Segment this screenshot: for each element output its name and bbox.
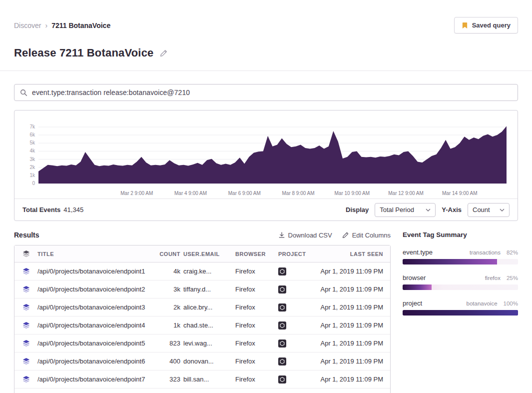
tag-summary-item: browser firefox 25%: [403, 274, 518, 290]
row-title-link[interactable]: /api/0/projects/botanavoice/endpoint1: [37, 268, 155, 275]
tag-top-value: transactions: [470, 250, 501, 256]
x-axis-tick-label: Mar 4 9:00 AM: [174, 190, 207, 196]
display-select[interactable]: Total Period: [375, 203, 436, 217]
column-header-last-seen[interactable]: Last Seen: [310, 251, 390, 257]
y-axis-tick-label: 0: [32, 180, 35, 186]
x-axis-tick-label: Mar 6 9:00 AM: [228, 190, 261, 196]
x-axis-tick-label: Mar 12 9:00 AM: [388, 190, 424, 196]
project-icon: [278, 340, 310, 348]
y-axis-tick-label: 2k: [29, 164, 35, 170]
edit-columns-label: Edit Columns: [352, 232, 391, 239]
column-header-browser[interactable]: Browser: [235, 251, 278, 257]
download-csv-button[interactable]: Download CSV: [278, 232, 332, 239]
tag-distribution-bar[interactable]: [403, 310, 518, 316]
column-header-count[interactable]: Count: [155, 251, 183, 257]
column-header-project[interactable]: Project: [278, 251, 310, 257]
layers-icon: [14, 322, 37, 329]
download-icon: [278, 232, 285, 238]
tag-summary-item: project botanavoice 100%: [403, 300, 518, 316]
y-axis-select-value: Count: [473, 206, 490, 214]
row-browser: Firefox: [235, 376, 278, 383]
project-icon: [278, 322, 310, 330]
tag-name: project: [403, 300, 422, 307]
table-row[interactable]: /api/0/projects/botanavoice/endpoint3 2k…: [14, 298, 390, 316]
table-row[interactable]: /api/0/projects/botanavoice/endpoint8 31…: [14, 388, 390, 393]
page-title: Release 7211 BotanaVoice: [14, 46, 154, 60]
x-axis-tick-label: Mar 10 9:00 AM: [334, 190, 370, 196]
edit-title-pencil-icon[interactable]: [160, 49, 168, 57]
row-user-email: bill.san...: [183, 376, 235, 383]
row-title-link[interactable]: /api/0/projects/botanavoice/endpoint6: [37, 358, 155, 365]
event-tag-summary-panel: Event Tag Summary event.type transaction…: [403, 231, 518, 393]
saved-query-button[interactable]: Saved query: [454, 17, 518, 34]
chevron-down-icon: [426, 208, 431, 212]
tag-percent: 100%: [504, 300, 518, 306]
events-chart-svg: 01k2k3k4k5k6k7kMar 2 9:00 AMMar 4 9:00 A…: [20, 116, 511, 198]
row-user-email: levi.wag...: [183, 340, 235, 347]
y-axis-tick-label: 6k: [29, 132, 35, 138]
edit-columns-button[interactable]: Edit Columns: [342, 232, 391, 239]
project-icon: [278, 358, 310, 366]
table-row[interactable]: /api/0/projects/botanavoice/endpoint2 3k…: [14, 280, 390, 298]
row-last-seen: Apr 1, 2019 11:09 PM: [310, 358, 390, 365]
download-csv-label: Download CSV: [288, 232, 332, 239]
tag-distribution-bar[interactable]: [403, 259, 518, 264]
row-count: 823: [155, 340, 183, 347]
x-axis-tick-label: Mar 14 9:00 AM: [442, 190, 478, 196]
row-title-link[interactable]: /api/0/projects/botanavoice/endpoint4: [37, 322, 155, 329]
row-count: 400: [155, 358, 183, 365]
project-icon: [278, 304, 310, 312]
y-axis-tick-label: 3k: [29, 156, 35, 162]
results-heading: Results: [14, 231, 39, 239]
row-last-seen: Apr 1, 2019 11:09 PM: [310, 322, 390, 329]
layers-icon: [14, 268, 37, 275]
results-table: Title Count User.Email Browser Project L…: [14, 245, 391, 393]
total-events: Total Events41,345: [22, 206, 83, 214]
row-browser: Firefox: [235, 358, 278, 365]
tag-distribution-fill: [403, 284, 432, 290]
search-bar[interactable]: event.type:transaction release:botanavoi…: [14, 84, 518, 101]
project-icon: [278, 376, 310, 384]
event-tag-summary-heading: Event Tag Summary: [403, 231, 518, 238]
table-row[interactable]: /api/0/projects/botanavoice/endpoint6 40…: [14, 352, 390, 370]
chart-footer: Total Events41,345 Display Total Period …: [14, 198, 518, 220]
tag-name: browser: [403, 274, 426, 282]
row-title-link[interactable]: /api/0/projects/botanavoice/endpoint2: [37, 286, 155, 293]
saved-query-label: Saved query: [472, 22, 511, 29]
row-browser: Firefox: [235, 286, 278, 293]
table-row[interactable]: /api/0/projects/botanavoice/endpoint4 1k…: [14, 316, 390, 334]
breadcrumb-separator-icon: ›: [45, 22, 47, 30]
tag-distribution-bar[interactable]: [403, 284, 518, 290]
column-header-user-email[interactable]: User.Email: [183, 251, 235, 257]
project-icon: [278, 268, 310, 276]
breadcrumb: Discover › 7211 BotanaVoice: [14, 22, 110, 30]
x-axis-tick-label: Mar 8 9:00 AM: [282, 190, 315, 196]
tag-name: event.type: [403, 248, 433, 256]
table-header-row: Title Count User.Email Browser Project L…: [14, 246, 390, 262]
row-browser: Firefox: [235, 340, 278, 347]
row-title-link[interactable]: /api/0/projects/botanavoice/endpoint5: [37, 340, 155, 347]
total-events-label: Total Events: [22, 206, 60, 214]
y-axis-tick-label: 5k: [29, 140, 35, 146]
events-area-series: [38, 126, 507, 184]
layers-icon: [14, 358, 37, 365]
layers-icon: [14, 340, 37, 347]
row-last-seen: Apr 1, 2019 11:09 PM: [310, 268, 390, 275]
table-body: /api/0/projects/botanavoice/endpoint1 4k…: [14, 262, 390, 393]
table-row[interactable]: /api/0/projects/botanavoice/endpoint7 32…: [14, 370, 390, 388]
row-last-seen: Apr 1, 2019 11:09 PM: [310, 376, 390, 383]
breadcrumb-discover[interactable]: Discover: [14, 22, 41, 30]
table-row[interactable]: /api/0/projects/botanavoice/endpoint1 4k…: [14, 262, 390, 280]
row-title-link[interactable]: /api/0/projects/botanavoice/endpoint7: [37, 376, 155, 383]
events-chart[interactable]: 01k2k3k4k5k6k7kMar 2 9:00 AMMar 4 9:00 A…: [14, 110, 518, 198]
row-user-email: tiffany.d...: [183, 286, 235, 293]
row-title-link[interactable]: /api/0/projects/botanavoice/endpoint3: [37, 304, 155, 311]
table-row[interactable]: /api/0/projects/botanavoice/endpoint5 82…: [14, 334, 390, 352]
column-header-title[interactable]: Title: [37, 251, 155, 257]
row-last-seen: Apr 1, 2019 11:09 PM: [310, 286, 390, 293]
row-user-email: alice.bry...: [183, 304, 235, 311]
y-axis-label: Y-Axis: [442, 206, 462, 214]
search-query-input[interactable]: event.type:transaction release:botanavoi…: [32, 88, 190, 96]
y-axis-select[interactable]: Count: [468, 203, 510, 217]
row-user-email: chad.ste...: [183, 322, 235, 329]
